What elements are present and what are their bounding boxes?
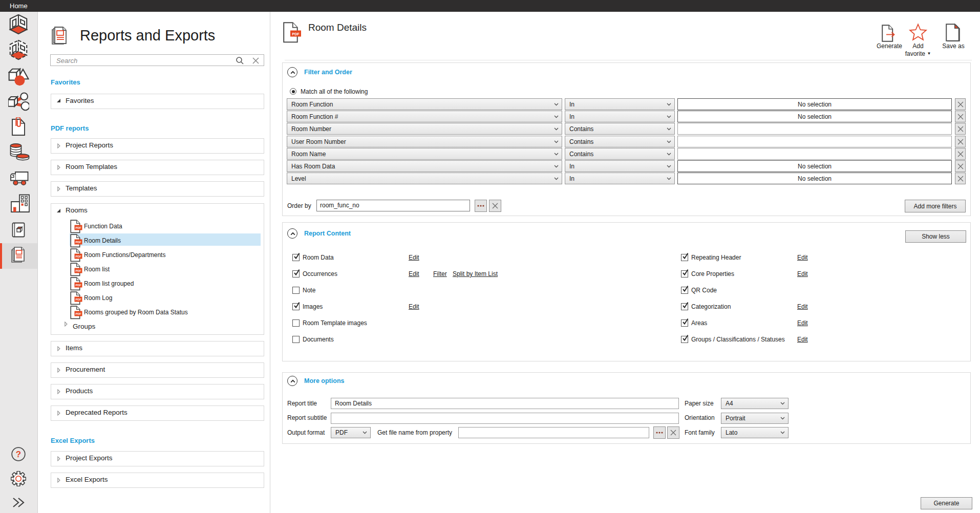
svg-text:PDF: PDF <box>76 269 82 272</box>
svg-text:PDF: PDF <box>76 298 82 301</box>
svg-text:PDF: PDF <box>76 241 82 244</box>
svg-text:PDF: PDF <box>76 226 82 229</box>
svg-text:PDF: PDF <box>76 312 82 315</box>
svg-text:PDF: PDF <box>76 255 82 258</box>
svg-text:PDF: PDF <box>292 32 300 36</box>
svg-text:PDF: PDF <box>76 284 82 287</box>
svg-text:?: ? <box>16 450 21 459</box>
